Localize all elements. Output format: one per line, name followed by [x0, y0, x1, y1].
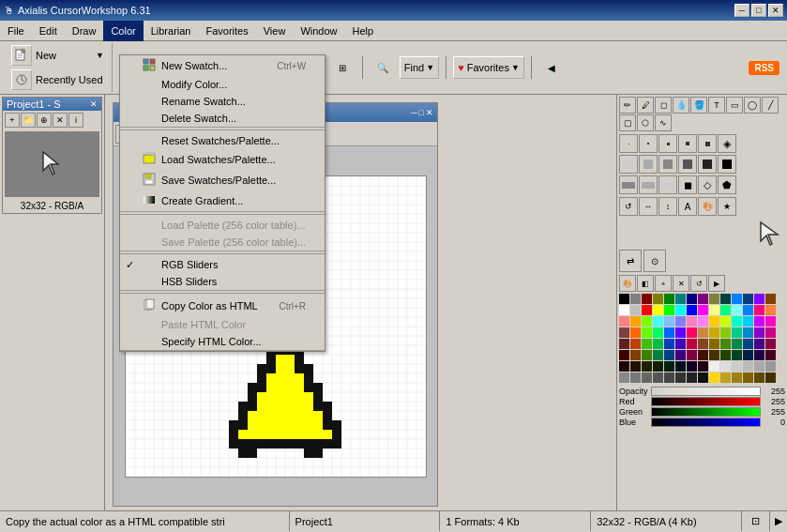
blend-4[interactable]: ◼ — [678, 175, 697, 194]
color-cell-39[interactable] — [743, 316, 753, 327]
color-cell-26[interactable] — [754, 305, 764, 315]
proj-del-btn[interactable]: ✕ — [53, 113, 68, 128]
color-cell-86[interactable] — [642, 361, 652, 372]
tool-flip[interactable]: ↕ — [658, 197, 677, 216]
color-cell-19[interactable] — [675, 305, 686, 315]
opacity-3[interactable] — [658, 155, 677, 174]
find-button[interactable]: Find ▼ — [400, 56, 439, 79]
menu-rgb-sliders[interactable]: ✓ RGB Sliders — [120, 256, 325, 273]
color-cell-110[interactable] — [754, 372, 764, 383]
close-button[interactable]: ✕ — [768, 4, 783, 17]
minimize-button[interactable]: ─ — [734, 4, 749, 17]
color-palette[interactable] — [619, 294, 785, 383]
color-cell-75[interactable] — [675, 350, 686, 360]
color-cell-62[interactable] — [687, 339, 697, 349]
color-cell-66[interactable] — [732, 339, 742, 349]
tool-polygon[interactable]: ⬡ — [637, 114, 654, 131]
color-tb-3[interactable]: + — [655, 275, 672, 292]
color-cell-22[interactable] — [709, 305, 719, 315]
color-cell-85[interactable] — [630, 361, 641, 372]
proj-open-btn[interactable]: 📁 — [21, 113, 36, 128]
opacity-slider[interactable] — [651, 387, 761, 396]
color-cell-7[interactable] — [698, 294, 708, 304]
color-cell-60[interactable] — [664, 339, 674, 349]
color-cell-25[interactable] — [743, 305, 753, 315]
color-cell-72[interactable] — [642, 350, 652, 360]
color-cell-4[interactable] — [664, 294, 674, 304]
menu-draw[interactable]: Draw — [65, 21, 104, 41]
color-cell-33[interactable] — [675, 316, 686, 327]
size-3[interactable] — [658, 134, 677, 153]
menu-save-swatches[interactable]: Save Swatches/Palette... — [120, 170, 325, 190]
color-cell-58[interactable] — [642, 339, 652, 349]
blue-slider[interactable] — [651, 418, 761, 427]
color-cell-31[interactable] — [653, 316, 663, 327]
color-cell-101[interactable] — [653, 372, 663, 383]
color-cell-81[interactable] — [743, 350, 753, 360]
size-4[interactable] — [678, 134, 697, 153]
color-cell-108[interactable] — [732, 372, 742, 383]
color-cell-107[interactable] — [720, 372, 731, 383]
menu-file[interactable]: File — [0, 21, 32, 41]
color-cell-21[interactable] — [698, 305, 708, 315]
scroll-area[interactable]: ◀ — [538, 54, 565, 81]
zoom-in-button[interactable]: 🔍 — [370, 54, 396, 81]
new-button[interactable]: New ▼ — [8, 43, 108, 68]
color-cell-68[interactable] — [754, 339, 764, 349]
color-cell-76[interactable] — [687, 350, 697, 360]
color-cell-64[interactable] — [709, 339, 719, 349]
color-cell-69[interactable] — [765, 339, 776, 349]
color-cell-92[interactable] — [709, 361, 719, 372]
color-cell-40[interactable] — [754, 316, 764, 327]
swap-button[interactable]: ⇄ — [619, 250, 642, 272]
color-cell-32[interactable] — [664, 316, 674, 327]
import-button[interactable]: ⊞ — [329, 54, 356, 81]
color-cell-77[interactable] — [698, 350, 708, 360]
tool-fx[interactable]: ★ — [718, 197, 736, 216]
color-cell-41[interactable] — [765, 316, 776, 327]
color-cell-43[interactable] — [630, 327, 641, 338]
menu-favorites[interactable]: Favorites — [198, 21, 255, 41]
color-cell-70[interactable] — [619, 350, 629, 360]
menu-specify-html-color[interactable]: Specify HTML Color... — [120, 333, 325, 350]
menu-rename-swatch[interactable]: Rename Swatch... — [120, 93, 325, 110]
color-cell-103[interactable] — [675, 372, 686, 383]
blend-5[interactable]: ◇ — [698, 175, 717, 194]
color-cell-109[interactable] — [743, 372, 753, 383]
color-cell-53[interactable] — [743, 327, 753, 338]
color-cell-97[interactable] — [765, 361, 776, 372]
color-cell-99[interactable] — [630, 372, 641, 383]
color-tb-6[interactable]: ▶ — [708, 275, 725, 292]
color-cell-44[interactable] — [642, 327, 652, 338]
color-cell-93[interactable] — [720, 361, 731, 372]
menu-reset-swatches[interactable]: Reset Swatches/Palette... — [120, 132, 325, 149]
blend-6[interactable]: ⬟ — [718, 175, 736, 194]
proj-add-btn[interactable]: ⊕ — [37, 113, 52, 128]
color-cell-80[interactable] — [732, 350, 742, 360]
color-cell-51[interactable] — [720, 327, 731, 338]
color-cell-71[interactable] — [630, 350, 641, 360]
color-cell-45[interactable] — [653, 327, 663, 338]
color-cell-46[interactable] — [664, 327, 674, 338]
tool-fill[interactable]: 🪣 — [690, 97, 707, 114]
recently-used-button[interactable]: Recently Used — [8, 68, 108, 92]
size-6[interactable]: ◈ — [718, 134, 736, 153]
blend-2[interactable] — [639, 175, 658, 194]
color-cell-49[interactable] — [698, 327, 708, 338]
menu-load-swatches[interactable]: Load Swatches/Palette... — [120, 149, 325, 170]
color-cell-102[interactable] — [664, 372, 674, 383]
color-cell-91[interactable] — [698, 361, 708, 372]
color-cell-111[interactable] — [765, 372, 776, 383]
menu-modify-color[interactable]: Modify Color... — [120, 76, 325, 93]
color-cell-83[interactable] — [765, 350, 776, 360]
color-cell-48[interactable] — [687, 327, 697, 338]
tool-rotate[interactable]: ↺ — [619, 197, 638, 216]
color-cell-96[interactable] — [754, 361, 764, 372]
color-cell-50[interactable] — [709, 327, 719, 338]
color-cell-79[interactable] — [720, 350, 731, 360]
color-cell-3[interactable] — [653, 294, 663, 304]
color-cell-18[interactable] — [664, 305, 674, 315]
color-cell-54[interactable] — [754, 327, 764, 338]
menu-copy-color-html[interactable]: Copy Color as HTML Ctrl+R — [120, 296, 325, 316]
inner-maximize[interactable]: □ — [419, 108, 424, 117]
